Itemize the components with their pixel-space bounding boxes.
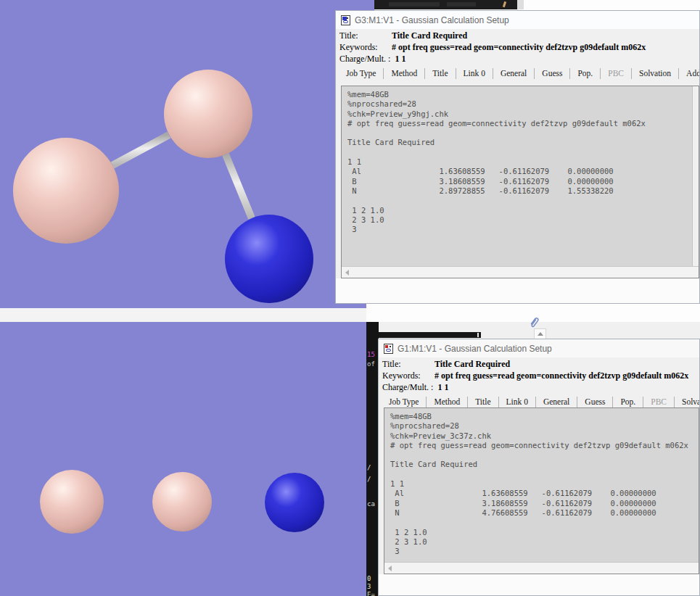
background-band-right (366, 303, 700, 339)
tab-guess[interactable]: Guess (577, 397, 613, 407)
terminal-text: / (367, 464, 371, 471)
molecule-viewer-bottom[interactable] (0, 322, 366, 596)
background-window-bar (366, 332, 481, 338)
atom-al[interactable] (40, 470, 104, 534)
atom-al[interactable] (13, 138, 119, 244)
tab-solvation[interactable]: Solvation (675, 397, 699, 407)
terminal-text: of (367, 360, 375, 368)
gaussian-setup-window-g1: G1:M1:V1 - Gaussian Calculation Setup Ti… (378, 339, 700, 596)
tab-link0[interactable]: Link 0 (499, 397, 536, 407)
horizontal-scrollbar[interactable] (342, 266, 699, 278)
scroll-left-icon[interactable] (388, 566, 392, 571)
keywords-row: Keywords: # opt freq guess=read geom=con… (382, 370, 699, 381)
atom-n[interactable] (265, 473, 324, 532)
tab-general[interactable]: General (493, 68, 535, 79)
tab-pop[interactable]: Pop. (570, 68, 601, 79)
scroll-left-icon[interactable] (345, 270, 349, 276)
keywords-value: # opt freq guess=read geom=connectivity … (392, 41, 646, 53)
titlebar[interactable]: G1:M1:V1 - Gaussian Calculation Setup (379, 339, 699, 357)
gaussian-input-text[interactable]: %mem=48GB %nprocshared=28 %chk=Preview_y… (342, 86, 691, 266)
tab-method[interactable]: Method (427, 397, 468, 407)
vertical-scrollbar[interactable] (692, 86, 699, 266)
input-preview-editor[interactable]: %mem=48GB %nprocshared=28 %chk=Preview_3… (384, 407, 699, 574)
cursor-mark (503, 1, 506, 8)
tab-link0[interactable]: Link 0 (456, 68, 493, 79)
tab-method[interactable]: Method (384, 68, 425, 79)
charge-row: Charge/Mult. : 1 1 (382, 381, 699, 393)
terminal-text: 0 (367, 575, 371, 582)
tab-job-type[interactable]: Job Type (382, 397, 427, 407)
terminal-text: E= (367, 591, 375, 596)
paperclip-icon[interactable] (527, 315, 540, 328)
tab-bar: Job Type Method Title Link 0 General Gue… (339, 65, 699, 82)
chevron-up-icon (538, 332, 543, 336)
title-value: Title Card Required (392, 30, 467, 41)
bond-al-b[interactable] (112, 135, 169, 165)
window-title: G1:M1:V1 - Gaussian Calculation Setup (398, 344, 552, 354)
tab-title[interactable]: Title (468, 397, 498, 407)
title-value: Title Card Required (435, 358, 510, 370)
molecule-viewer-top[interactable] (0, 0, 374, 308)
illegible-title-text (447, 2, 476, 7)
titlebar[interactable]: G3:M1:V1 - Gaussian Calculation Setup (336, 11, 699, 29)
tab-solvation[interactable]: Solvation (632, 68, 679, 79)
window-title: G3:M1:V1 - Gaussian Calculation Setup (355, 15, 509, 25)
tab-title[interactable]: Title (425, 68, 456, 79)
gaussian-setup-window-g3: G3:M1:V1 - Gaussian Calculation Setup Ti… (335, 10, 700, 304)
horizontal-scrollbar[interactable] (384, 562, 699, 574)
tab-general[interactable]: General (536, 397, 577, 407)
background-window-titlebar (374, 0, 517, 9)
atom-b[interactable] (152, 472, 212, 531)
keywords-label: Keywords: (339, 41, 392, 53)
window-footer (379, 574, 699, 595)
input-preview-editor[interactable]: %mem=48GB %nprocshared=28 %chk=Preview_y… (341, 86, 699, 278)
terminal-text: 3 (367, 583, 371, 590)
tab-job-type[interactable]: Job Type (339, 68, 384, 79)
keywords-value: # opt freq guess=read geom=connectivity … (435, 370, 688, 381)
molecule-canvas-linear[interactable] (0, 322, 366, 596)
tab-pbc: PBC (601, 68, 632, 79)
text-cursor-notch (477, 333, 479, 337)
tab-add-inp[interactable]: Add. (679, 68, 699, 79)
keywords-row: Keywords: # opt freq guess=read geom=con… (339, 41, 699, 53)
charge-value: 1 1 (395, 53, 405, 65)
title-label: Title: (382, 358, 435, 370)
terminal-text: ca (367, 500, 375, 508)
title-row: Title: Title Card Required (382, 358, 699, 370)
molecule-canvas-bent[interactable] (0, 0, 374, 308)
title-row: Title: Title Card Required (339, 30, 699, 41)
gaussview-doc-icon (384, 344, 393, 354)
header-fields: Title: Title Card Required Keywords: # o… (339, 30, 699, 65)
terminal-text: / (367, 476, 371, 483)
background-window-strip (524, 0, 700, 9)
tab-pbc: PBC (643, 397, 675, 407)
charge-label: Charge/Mult. : (382, 381, 433, 393)
background-window-edge (517, 0, 524, 9)
charge-label: Charge/Mult. : (339, 53, 390, 65)
terminal-text: 15 (367, 351, 375, 358)
atom-n[interactable] (225, 215, 313, 303)
background-band-left (0, 308, 366, 323)
scroll-up-button[interactable] (534, 328, 546, 339)
tab-pop[interactable]: Pop. (613, 397, 643, 407)
window-footer (336, 278, 699, 303)
illegible-title-text (389, 2, 440, 7)
gaussian-input-text[interactable]: %mem=48GB %nprocshared=28 %chk=Preview_3… (384, 408, 691, 562)
header-fields: Title: Title Card Required Keywords: # o… (382, 358, 699, 393)
terminal-strip: 15 of / / ca 0 3 E= (366, 322, 379, 596)
gaussview-doc-icon (341, 15, 350, 25)
bond-b-n[interactable] (226, 154, 252, 218)
charge-row: Charge/Mult. : 1 1 (339, 53, 699, 65)
keywords-label: Keywords: (382, 370, 435, 381)
tab-guess[interactable]: Guess (535, 68, 570, 79)
title-label: Title: (339, 30, 392, 41)
desktop: 15 of / / ca 0 3 E= G3:M1:V1 - Gaussian … (0, 0, 700, 596)
atom-b[interactable] (164, 70, 252, 158)
charge-value: 1 1 (437, 381, 448, 393)
